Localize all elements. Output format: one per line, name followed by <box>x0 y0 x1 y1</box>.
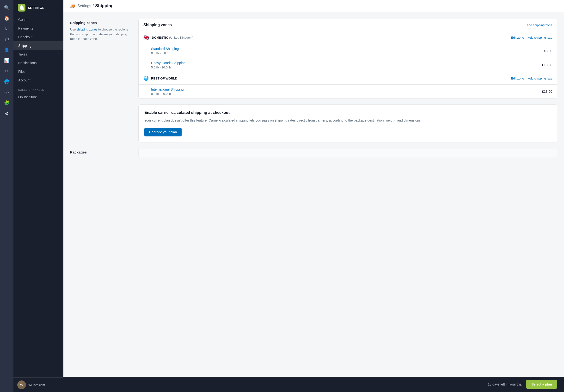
heavy-goods-row: Heavy Goods Shipping 5.0 lb - 20.0 lb £1… <box>139 58 557 72</box>
domestic-zone-actions: Edit zone Add shipping rate <box>511 36 552 39</box>
shipping-zones-row: Shipping zones Use shipping zones to cho… <box>70 19 557 99</box>
breadcrumb-settings[interactable]: Settings <box>77 4 91 8</box>
section-desc-title: Shipping zones <box>70 21 133 25</box>
sidebar-item-files[interactable]: Files <box>14 67 63 76</box>
heavy-rate-info: Heavy Goods Shipping 5.0 lb - 20.0 lb <box>151 61 542 69</box>
shopify-logo <box>18 4 26 12</box>
domestic-zone-header: 🇬🇧 DOMESTIC (United Kingdom) Edit zone A… <box>139 31 557 44</box>
rest-of-world-zone: 🌐 REST OF WORLD Edit zone Add shipping r… <box>139 72 557 98</box>
standard-rate-info: Standard Shipping 0.0 lb - 5.0 lb <box>151 47 544 55</box>
international-rate-info: International Shipping 0.0 lb - 20.0 lb <box>151 87 542 96</box>
home-icon[interactable]: 🏠 <box>2 14 12 23</box>
packages-card <box>138 148 557 158</box>
sidebar-item-general[interactable]: General <box>14 15 63 24</box>
standard-rate-weight: 0.0 lb - 5.0 lb <box>151 51 169 55</box>
sidebar-item-account[interactable]: Account <box>14 76 63 84</box>
domestic-edit-zone[interactable]: Edit zone <box>511 36 524 39</box>
carrier-section-row: Enable carrier-calculated shipping at ch… <box>70 104 557 142</box>
shipping-zones-card: Shipping zones Add shipping zone 🇬🇧 DOME… <box>138 19 557 99</box>
international-shipping-row: International Shipping 0.0 lb - 20.0 lb … <box>139 84 557 98</box>
standard-rate-price: £8.00 <box>544 49 552 53</box>
domestic-country: (United Kingdom) <box>169 36 193 39</box>
tags-icon[interactable]: 🏷 <box>2 35 12 44</box>
standard-shipping-row: Standard Shipping 0.0 lb - 5.0 lb £8.00 <box>139 44 557 58</box>
add-shipping-zone-link[interactable]: Add shipping zone <box>526 23 552 27</box>
upgrade-plan-button[interactable]: Upgrade your plan <box>144 128 182 136</box>
shipping-breadcrumb-icon: 🚚 <box>70 4 75 8</box>
breadcrumb-current: Shipping <box>95 3 114 8</box>
row-zone-name: REST OF WORLD <box>151 77 509 80</box>
trial-text: 13 days left in your trial <box>488 382 522 386</box>
sidebar-item-notifications[interactable]: Notifications <box>14 59 63 67</box>
standard-rate-name[interactable]: Standard Shipping <box>151 47 544 51</box>
international-rate-weight: 0.0 lb - 20.0 lb <box>151 92 171 96</box>
card-title: Shipping zones <box>143 23 172 27</box>
card-header: Shipping zones Add shipping zone <box>139 19 557 31</box>
search-icon[interactable]: 🔍 <box>2 3 12 13</box>
icon-sidebar: 🔍 🏠 ☑ 🏷 👤 📊 ✂ 🌐 </> 🧩 ⚙ <box>0 0 14 392</box>
nav-sidebar: SETTINGS General Payments Checkout Shipp… <box>14 0 63 392</box>
international-rate-name[interactable]: International Shipping <box>151 87 542 91</box>
orders-icon[interactable]: ☑ <box>2 24 12 34</box>
marketing-icon[interactable]: ✂ <box>2 66 12 76</box>
sidebar-bottom: W WPism.com <box>14 377 63 392</box>
sidebar-header: SETTINGS <box>14 0 63 15</box>
heavy-rate-name[interactable]: Heavy Goods Shipping <box>151 61 542 65</box>
row-flag: 🌐 <box>143 76 149 81</box>
packages-label: Packages <box>70 150 133 154</box>
gear-icon[interactable]: ⚙ <box>2 109 12 118</box>
domestic-flag: 🇬🇧 <box>143 35 149 40</box>
sidebar-item-shipping[interactable]: Shipping <box>14 41 63 50</box>
select-plan-button[interactable]: Select a plan <box>526 380 557 389</box>
heavy-rate-weight: 5.0 lb - 20.0 lb <box>151 66 171 69</box>
carrier-desc <box>70 104 133 142</box>
carrier-description: Your current plan doesn't offer this fea… <box>144 118 551 123</box>
row-zone-actions: Edit zone Add shipping rate <box>511 77 552 80</box>
international-rate-price: £18.00 <box>542 90 552 93</box>
sidebar-title: SETTINGS <box>28 6 44 10</box>
nav-section-sales-channels: Sales channels <box>14 84 63 93</box>
analytics-icon[interactable]: 📊 <box>2 56 12 65</box>
shipping-zones-link[interactable]: shipping zones <box>77 28 98 31</box>
shipping-zones-desc: Shipping zones Use shipping zones to cho… <box>70 19 133 99</box>
sidebar-item-checkout[interactable]: Checkout <box>14 33 63 41</box>
row-add-rate[interactable]: Add shipping rate <box>528 77 552 80</box>
customers-icon[interactable]: 👤 <box>2 45 12 55</box>
domestic-zone: 🇬🇧 DOMESTIC (United Kingdom) Edit zone A… <box>139 31 557 72</box>
row-edit-zone[interactable]: Edit zone <box>511 77 524 80</box>
avatar: W <box>17 380 26 389</box>
carrier-title: Enable carrier-calculated shipping at ch… <box>144 111 551 115</box>
main-content: 🚚 Settings / Shipping Shipping zones Use… <box>63 0 564 392</box>
sidebar-item-taxes[interactable]: Taxes <box>14 50 63 59</box>
code-icon[interactable]: </> <box>2 87 12 97</box>
packages-section-row: Packages <box>70 148 557 158</box>
trial-bar: 13 days left in your trial Select a plan <box>63 377 564 392</box>
domestic-zone-name: DOMESTIC (United Kingdom) <box>152 36 509 39</box>
section-desc-text: Use shipping zones to choose the regions… <box>70 27 133 41</box>
heavy-rate-price: £18.00 <box>542 63 552 67</box>
store-name: WPism.com <box>28 383 45 387</box>
breadcrumb: Settings / Shipping <box>77 3 114 8</box>
sidebar-item-payments[interactable]: Payments <box>14 24 63 33</box>
sidebar-item-online-store[interactable]: Online Store <box>14 93 63 101</box>
top-bar: 🚚 Settings / Shipping <box>63 0 564 12</box>
row-zone-header: 🌐 REST OF WORLD Edit zone Add shipping r… <box>139 72 557 84</box>
sidebar-nav: General Payments Checkout Shipping Taxes… <box>14 15 63 377</box>
globe-icon[interactable]: 🌐 <box>2 77 12 86</box>
puzzle-icon[interactable]: 🧩 <box>2 98 12 108</box>
carrier-card: Enable carrier-calculated shipping at ch… <box>138 104 557 142</box>
breadcrumb-separator: / <box>93 4 94 8</box>
page-body: Shipping zones Use shipping zones to cho… <box>63 12 564 377</box>
domestic-add-rate[interactable]: Add shipping rate <box>528 36 552 39</box>
packages-desc: Packages <box>70 148 133 158</box>
